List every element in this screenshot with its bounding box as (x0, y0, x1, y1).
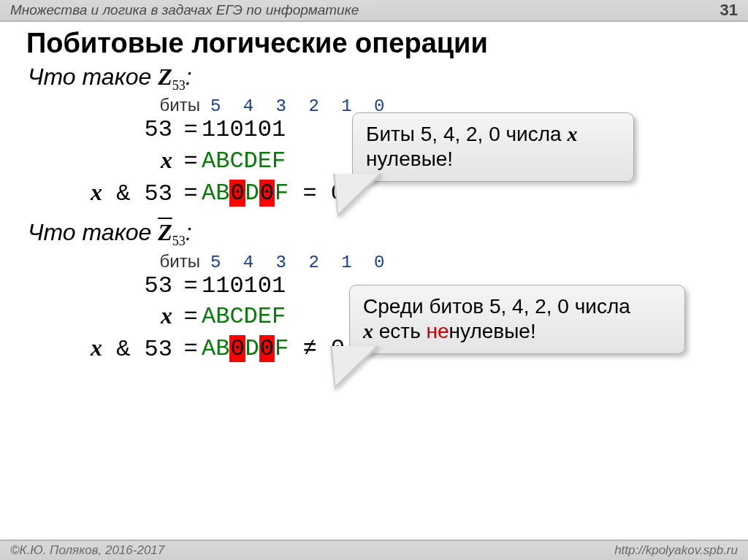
header-bar: Множества и логика в задачах ЕГЭ по инфо… (0, 0, 748, 22)
rhs-highlight: 0 (229, 180, 245, 207)
section-1-subtitle-prefix: Что такое (28, 64, 158, 90)
bits-header-2: биты 5 4 3 2 1 0 (26, 251, 726, 272)
lhs: 53 (26, 271, 180, 302)
lhs-x: x (161, 302, 172, 329)
rhs: 110101 (202, 115, 286, 145)
lhs-rest: & 53 (102, 336, 172, 363)
rhs-seg: F (275, 335, 289, 362)
bits-label: биты (26, 251, 210, 272)
callout-text: Биты 5, 4, 2, 0 числа (366, 123, 567, 145)
footer-bar: ©К.Ю. Поляков, 2016-2017 http://kpolyako… (0, 540, 748, 560)
z-bar-symbol: Z (158, 219, 172, 245)
section-2-subtitle: Что такое Z53: (28, 219, 726, 249)
rhs-seg: AB (202, 335, 229, 362)
footer-link: http://kpolyakov.spb.ru (614, 543, 738, 558)
callout-red: не (427, 320, 449, 342)
equals: = (180, 115, 202, 145)
section-2-subtitle-prefix: Что такое (28, 219, 158, 245)
callout-text: нулевые! (366, 147, 453, 170)
rhs-highlight: 0 (259, 335, 275, 362)
callout-text: есть (373, 320, 427, 342)
equals: = (180, 178, 202, 209)
z-subscript: 53 (172, 78, 186, 93)
rhs: 110101 (202, 271, 286, 302)
colon: : (186, 64, 192, 90)
z-subscript: 53 (172, 234, 186, 249)
rhs-highlight: 0 (259, 180, 275, 207)
rhs-seg: AB (202, 180, 229, 207)
header-subject: Множества и логика в задачах ЕГЭ по инфо… (10, 2, 359, 18)
rhs-seg: D (245, 180, 259, 207)
callout-1: Биты 5, 4, 2, 0 числа x нулевые! (352, 112, 634, 182)
rhs: ABCDEF (202, 146, 286, 177)
equals: = (180, 302, 202, 332)
rhs-seg: D (245, 335, 259, 362)
equals: = (180, 334, 202, 364)
lhs: 53 (26, 115, 180, 145)
callout-text: нулевые! (449, 320, 536, 342)
lhs-x: x (91, 334, 102, 361)
lhs-x: x (91, 179, 102, 205)
rhs: AB0D0F ≠ 0 (202, 334, 345, 364)
callout-x: x (567, 123, 577, 145)
slide-title: Побитовые логические операции (26, 28, 726, 59)
slide: Множества и логика в задачах ЕГЭ по инфо… (0, 0, 748, 560)
bits-label: биты (26, 95, 210, 115)
section-1-subtitle: Что такое Z53: (28, 64, 726, 93)
page-number: 31 (720, 1, 738, 20)
lhs-x: x (161, 147, 172, 173)
callout-text: Среди битов 5, 4, 2, 0 числа (363, 295, 630, 318)
bits-numbers: 5 4 3 2 1 0 (210, 253, 390, 272)
rhs-highlight: 0 (229, 335, 245, 362)
callout-2: Среди битов 5, 4, 2, 0 числа x есть нену… (349, 285, 685, 354)
equals: = (180, 146, 202, 177)
lhs-rest: & 53 (102, 180, 172, 207)
slide-body: Побитовые логические операции Что такое … (0, 22, 748, 540)
z-symbol: Z (158, 64, 172, 90)
rhs: ABCDEF (202, 302, 286, 332)
footer-copyright: ©К.Ю. Поляков, 2016-2017 (10, 543, 164, 558)
colon: : (186, 219, 192, 245)
callout-x: x (363, 320, 373, 342)
equals: = (180, 271, 202, 302)
rhs-seg: F (275, 180, 289, 207)
